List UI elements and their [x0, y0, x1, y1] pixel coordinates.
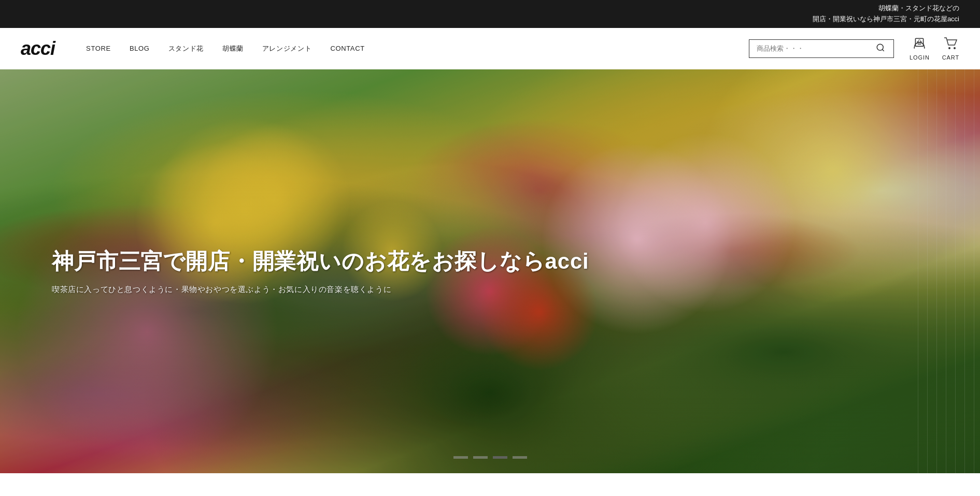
- nav-store[interactable]: STORE: [86, 45, 111, 52]
- hero-section: 神戸市三宮で開店・開業祝いのお花をお探しならacci 喫茶店に入ってひと息つくよ…: [0, 69, 980, 473]
- search-input[interactable]: [757, 45, 876, 52]
- svg-point-5: [954, 47, 956, 49]
- header: acci STORE BLOG スタンド花 胡蝶蘭 アレンジメント CONTAC…: [0, 28, 980, 69]
- header-actions: 0 LOGIN CART: [910, 37, 959, 61]
- svg-line-1: [883, 49, 884, 51]
- login-button[interactable]: 0 LOGIN: [910, 37, 930, 61]
- search-icon: [876, 43, 885, 52]
- logo[interactable]: acci: [21, 38, 55, 60]
- nav-blog[interactable]: BLOG: [130, 45, 150, 52]
- slider-dots: [453, 456, 527, 459]
- nav-orchid[interactable]: 胡蝶蘭: [222, 44, 244, 53]
- announcement-bar: 胡蝶蘭・スタンド花などの 開店・開業祝いなら神戸市三宮・元町の花屋acci: [0, 0, 980, 28]
- cart-button[interactable]: CART: [942, 37, 959, 61]
- main-nav: STORE BLOG スタンド花 胡蝶蘭 アレンジメント CONTACT: [86, 44, 749, 53]
- slider-dot-4[interactable]: [513, 456, 527, 459]
- svg-point-4: [948, 47, 950, 49]
- search-box: [749, 39, 894, 58]
- announcement-line1: 胡蝶蘭・スタンド花などの: [878, 4, 959, 12]
- nav-arrangement[interactable]: アレンジメント: [262, 44, 312, 53]
- hero-grid-decoration: [918, 69, 980, 473]
- slider-dot-3[interactable]: [493, 456, 507, 459]
- svg-point-0: [877, 44, 883, 50]
- announcement-line2: 開店・開業祝いなら神戸市三宮・元町の花屋acci: [813, 15, 959, 23]
- nav-contact[interactable]: CONTACT: [330, 45, 364, 52]
- cart-icon: [943, 37, 958, 53]
- login-label: LOGIN: [910, 54, 930, 61]
- hero-subtitle: 喫茶店に入ってひと息つくように・果物やおやつを選ぶよう・お気に入りの音楽を聴くよ…: [52, 285, 589, 295]
- svg-text:0: 0: [918, 38, 921, 43]
- hero-title: 神戸市三宮で開店・開業祝いのお花をお探しならacci: [52, 247, 589, 276]
- hero-content: 神戸市三宮で開店・開業祝いのお花をお探しならacci 喫茶店に入ってひと息つくよ…: [52, 247, 589, 295]
- slider-dot-1[interactable]: [453, 456, 468, 459]
- slider-dot-2[interactable]: [473, 456, 488, 459]
- cart-label: CART: [942, 54, 959, 61]
- search-button[interactable]: [876, 43, 885, 54]
- login-icon: 0: [913, 37, 926, 53]
- nav-stand-flower[interactable]: スタンド花: [168, 44, 204, 53]
